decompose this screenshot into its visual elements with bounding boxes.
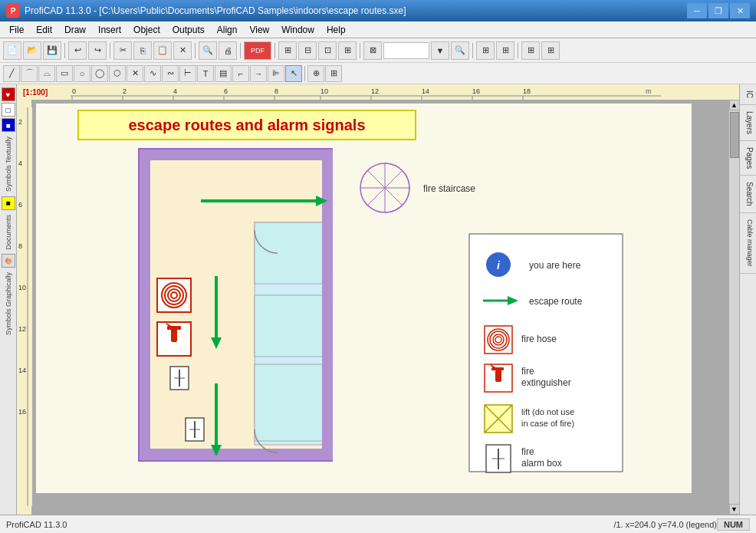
svg-text:4: 4 xyxy=(18,160,22,167)
symbol-lib-button[interactable]: ⊞ xyxy=(496,41,514,60)
ls-label-documents[interactable]: Documents xyxy=(5,215,12,250)
tool-select[interactable]: ↖ xyxy=(285,65,302,82)
svg-rect-60 xyxy=(167,326,181,330)
zoom-input[interactable]: 50% xyxy=(383,42,429,59)
nav-button[interactable]: ⊞ xyxy=(476,41,495,60)
paste-button[interactable]: 📋 xyxy=(153,41,172,60)
svg-text:16: 16 xyxy=(472,87,480,95)
svg-text:escape routes and alarm signal: escape routes and alarm signals xyxy=(128,117,365,133)
tool-text[interactable]: T xyxy=(197,65,214,82)
menu-file[interactable]: File xyxy=(3,23,30,37)
svg-text:fire: fire xyxy=(521,446,534,457)
tool-bezier[interactable]: ∿ xyxy=(144,65,161,82)
vertical-scrollbar[interactable]: ▲ ▼ xyxy=(728,100,739,515)
menu-align[interactable]: Align xyxy=(211,23,244,37)
menu-bar: File Edit Draw Insert Object Outputs Ali… xyxy=(0,21,756,38)
zoom-box-button[interactable]: ⊠ xyxy=(363,41,382,60)
tool-arc[interactable]: ⌓ xyxy=(38,65,55,82)
menu-draw[interactable]: Draw xyxy=(58,23,92,37)
menu-edit[interactable]: Edit xyxy=(30,23,58,37)
zoom-glass-button[interactable]: 🔍 xyxy=(451,41,469,60)
tool-textbox[interactable]: ▤ xyxy=(215,65,232,82)
svg-text:18: 18 xyxy=(523,87,531,95)
ls-label-symbols-text[interactable]: Symbols Textually xyxy=(5,137,12,192)
svg-text:4: 4 xyxy=(173,87,177,95)
minimize-button[interactable]: ─ xyxy=(687,3,707,18)
ls-color-2[interactable]: □ xyxy=(2,103,15,117)
scroll-down-button[interactable]: ▼ xyxy=(729,504,740,515)
scroll-up-button[interactable]: ▲ xyxy=(729,100,740,110)
zoom-out-button[interactable]: ⊟ xyxy=(298,41,317,60)
tool-freehand[interactable]: ∾ xyxy=(162,65,179,82)
ls-label-symbols-graph[interactable]: Symbols Graphically xyxy=(5,272,12,335)
tool-circle[interactable]: ◯ xyxy=(91,65,108,82)
separator-7 xyxy=(472,43,473,58)
tool-curve[interactable]: ⌒ xyxy=(21,65,38,82)
separator-5 xyxy=(274,43,275,58)
delete-button[interactable]: ✕ xyxy=(173,41,192,60)
menu-outputs[interactable]: Outputs xyxy=(166,23,211,37)
save-button[interactable]: 💾 xyxy=(43,41,61,60)
zoom-dropdown[interactable]: ▼ xyxy=(431,41,449,60)
print-preview-button[interactable]: 🔍 xyxy=(199,41,217,60)
ls-color-1[interactable]: ♥ xyxy=(2,87,15,101)
tool-cross[interactable]: ✕ xyxy=(127,65,143,82)
tool-bus[interactable]: ⊫ xyxy=(268,65,284,82)
svg-text:14: 14 xyxy=(18,367,26,374)
svg-text:in case of fire): in case of fire) xyxy=(521,419,574,428)
svg-text:8: 8 xyxy=(18,242,22,250)
tool-arrow[interactable]: → xyxy=(250,65,267,82)
cut-button[interactable]: ✂ xyxy=(113,41,132,60)
panel-ic[interactable]: IC xyxy=(740,84,756,105)
scrollbar-thumb[interactable] xyxy=(730,112,739,158)
canvas-area: [1:100] 0 2 4 6 8 10 12 14 16 18 m xyxy=(17,84,739,515)
more-btn-2[interactable]: ⊞ xyxy=(541,41,560,60)
menu-help[interactable]: Help xyxy=(320,23,352,37)
menu-object[interactable]: Object xyxy=(127,23,166,37)
tool-wire[interactable]: ⌐ xyxy=(232,65,249,82)
undo-button[interactable]: ↩ xyxy=(68,41,87,60)
redo-button[interactable]: ↪ xyxy=(88,41,107,60)
panel-search[interactable]: Search xyxy=(740,176,756,213)
restore-button[interactable]: ❐ xyxy=(708,3,728,18)
svg-text:6: 6 xyxy=(224,87,228,95)
more-btn-1[interactable]: ⊞ xyxy=(521,41,540,60)
separator-6 xyxy=(360,43,360,58)
panel-cable-manager[interactable]: Cable manager xyxy=(740,213,756,274)
svg-rect-40 xyxy=(255,222,324,284)
close-button[interactable]: ✕ xyxy=(730,3,750,18)
panel-layers[interactable]: Layers xyxy=(740,105,756,141)
separator-4 xyxy=(240,43,241,58)
svg-text:8: 8 xyxy=(274,87,278,95)
tool-grid[interactable]: ⊞ xyxy=(325,65,342,82)
menu-view[interactable]: View xyxy=(243,23,275,37)
menu-window[interactable]: Window xyxy=(275,23,320,37)
print-button[interactable]: 🖨 xyxy=(219,41,237,60)
pdf-button[interactable]: PDF xyxy=(244,41,271,60)
svg-rect-45 xyxy=(140,449,333,460)
drawing-canvas[interactable]: escape routes and alarm signals xyxy=(32,100,728,515)
menu-insert[interactable]: Insert xyxy=(92,23,127,37)
separator-8 xyxy=(518,43,518,58)
tool-measure[interactable]: ⊢ xyxy=(179,65,196,82)
scrollbar-track[interactable] xyxy=(729,110,739,504)
ls-yellow[interactable]: ■ xyxy=(2,196,15,210)
zoom-in-area-button[interactable]: ⊞ xyxy=(278,41,297,60)
zoom-100-button[interactable]: ⊞ xyxy=(338,41,357,60)
title-bar: P ProfiCAD 11.3.0 - [C:\Users\Public\Doc… xyxy=(0,0,756,21)
tool-line[interactable]: ╱ xyxy=(3,65,20,82)
tool-rect[interactable]: ▭ xyxy=(56,65,73,82)
panel-pages[interactable]: Pages xyxy=(740,141,756,176)
tool-ellipse[interactable]: ○ xyxy=(74,65,90,82)
ls-colors[interactable]: 🎨 xyxy=(2,254,15,268)
tool-snap[interactable]: ⊕ xyxy=(307,65,324,82)
svg-text:alarm box: alarm box xyxy=(521,458,562,469)
svg-rect-24 xyxy=(17,107,32,506)
ls-color-3[interactable]: ■ xyxy=(2,118,15,132)
tool-polygon[interactable]: ⬡ xyxy=(109,65,126,82)
zoom-fit-button[interactable]: ⊡ xyxy=(318,41,337,60)
svg-text:2: 2 xyxy=(18,118,22,126)
open-button[interactable]: 📂 xyxy=(23,41,41,60)
new-button[interactable]: 📄 xyxy=(3,41,21,60)
copy-button[interactable]: ⎘ xyxy=(133,41,152,60)
